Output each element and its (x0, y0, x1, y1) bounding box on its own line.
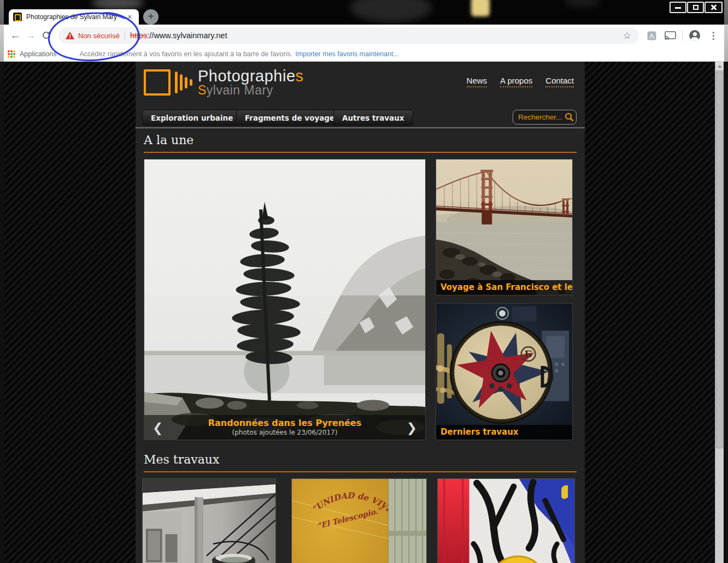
carousel-subcaption: (photos ajoutées le 23/06/2017) (144, 429, 425, 436)
card-derniers-travaux[interactable]: Б Derniers travaux (436, 303, 573, 440)
bookmarks-bar: Applications Accédez rapidement à vos fa… (0, 46, 728, 62)
tab-close-icon[interactable]: ✕ (125, 13, 134, 22)
browser-toolbar: ← → Non sécurisé https://www.sylvainmary… (0, 25, 728, 46)
maximize-icon (693, 5, 698, 10)
thumb-photo-yellow-wall: "UNIDAD de VIVERES" "El Telescopio." (292, 479, 426, 563)
window-frame-edge (0, 0, 4, 62)
reload-icon (42, 31, 51, 40)
titlebar-reflection (350, 0, 432, 22)
card-photo-submarine-star: Б (436, 304, 572, 440)
window-close-button[interactable] (704, 2, 723, 13)
titlebar-reflection (92, 0, 144, 10)
site-search (513, 110, 577, 125)
tab-fragments-de-voyage[interactable]: Fragments de voyage (236, 110, 343, 126)
toolbar-divider (682, 30, 683, 41)
thumb-yellow-wall[interactable]: "UNIDAD de VIVERES" "El Telescopio." (291, 478, 427, 563)
forward-button[interactable]: → (23, 28, 38, 43)
carousel-caption-bar: Randonnées dans les Pyrenées (photos ajo… (144, 415, 425, 440)
nav-link-contact[interactable]: Contact (545, 76, 574, 87)
thumb-photo-staircase (143, 479, 275, 563)
titlebar-reflection (563, 0, 601, 7)
maximize-button[interactable] (687, 2, 704, 13)
url-text: https://www.sylvainmary.net (130, 31, 227, 40)
site-nav: News A propos Contact (467, 76, 574, 87)
carousel-caption: Randonnées dans les Pyrenées (144, 418, 425, 428)
omnibox-divider (125, 31, 125, 40)
page-scrollbar[interactable] (715, 62, 724, 563)
thumb-graffiti[interactable]: →L'AVENTURE Commence! (437, 478, 575, 563)
browser-menu-icon[interactable]: ⋮ (706, 28, 720, 43)
window-frame (0, 62, 4, 563)
security-label: Non sécurisé (78, 32, 120, 40)
tab-exploration-urbaine[interactable]: Exploration urbaine (142, 110, 242, 126)
carousel-photo-pyrenees (144, 159, 425, 440)
plate-letter-mark: Б (524, 348, 532, 359)
address-bar[interactable]: Non sécurisé https://www.sylvainmary.net… (58, 27, 639, 44)
titlebar-reflection (471, 0, 490, 16)
featured-carousel[interactable]: Randonnées dans les Pyrenées (photos ajo… (144, 159, 426, 440)
section-heading-works: Mes travaux (144, 453, 577, 472)
minimize-button[interactable] (670, 2, 686, 13)
scroll-up-arrow-icon (718, 65, 722, 68)
card-san-francisco[interactable]: Voyage à San Francisco et les (436, 159, 573, 295)
thumb-photo-graffiti: →L'AVENTURE Commence! (438, 479, 574, 563)
thumb-urbex-staircase[interactable] (142, 478, 276, 563)
bookmarks-hint: Accédez rapidement à vos favoris en les … (79, 50, 292, 58)
site-logo-text[interactable]: Photographies Sylvain Mary (198, 68, 304, 97)
url-rest: ://www.sylvainmary.net (147, 31, 227, 40)
back-button[interactable]: ← (8, 28, 23, 43)
new-tab-button[interactable]: + (143, 9, 158, 25)
scrollbar-thumb[interactable] (716, 72, 723, 448)
apps-grid-icon[interactable] (8, 50, 15, 58)
profile-icon[interactable] (688, 28, 702, 43)
bookmark-star-icon[interactable]: ☆ (621, 30, 633, 42)
page-viewport: Photographies Sylvain Mary News A propos… (4, 62, 724, 563)
section-heading-featured: A la une (144, 133, 577, 153)
site-title: Photographies (198, 68, 304, 84)
minimize-icon (675, 7, 681, 9)
nav-link-apropos[interactable]: A propos (500, 76, 532, 87)
tab-autres-travaux[interactable]: Autres travaux (333, 110, 413, 126)
site-logo-bars-icon (175, 70, 192, 94)
site-subtitle: Sylvain Mary (198, 84, 304, 97)
scroll-up-button[interactable] (715, 62, 724, 71)
apps-shortcut[interactable]: Applications (20, 50, 56, 58)
pdf-extension-icon[interactable] (644, 28, 659, 43)
browser-tab[interactable]: Photographies de Sylvain Mary ✕ (9, 9, 139, 25)
card-caption: Derniers travaux (436, 425, 572, 440)
card-caption: Voyage à San Francisco et les (436, 280, 572, 295)
site-container: Photographies Sylvain Mary News A propos… (136, 62, 585, 563)
url-scheme: https (130, 31, 147, 40)
nav-link-news[interactable]: News (467, 76, 488, 87)
card-photo-golden-gate (436, 159, 572, 295)
site-logo-icon[interactable] (144, 69, 171, 96)
browser-window: Photographies de Sylvain Mary ✕ + ← → No… (0, 0, 728, 563)
cast-icon[interactable] (663, 28, 677, 43)
window-frame (724, 62, 728, 563)
import-favorites-link[interactable]: Importer mes favoris maintenant... (295, 50, 399, 58)
carousel-next-arrow[interactable]: ❯ (407, 420, 417, 435)
tab-favicon-icon (13, 13, 22, 21)
warning-triangle-icon[interactable] (66, 32, 74, 39)
reload-button[interactable] (38, 28, 54, 43)
window-frame-edge (724, 0, 728, 62)
tab-title: Photographies de Sylvain Mary (26, 13, 125, 21)
search-icon[interactable] (565, 112, 574, 122)
carousel-prev-arrow[interactable]: ❮ (152, 420, 163, 435)
